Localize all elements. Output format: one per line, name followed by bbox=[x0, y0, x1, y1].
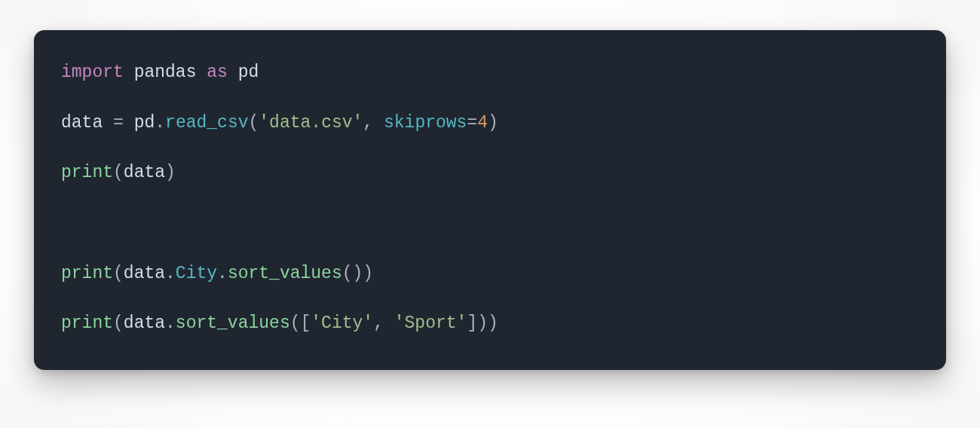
token-identifier: data bbox=[124, 313, 165, 333]
token-keyword: as bbox=[207, 63, 228, 82]
blank-line bbox=[61, 286, 919, 311]
code-line: print(data.City.sort_values()) bbox=[61, 261, 919, 286]
token-operator: = bbox=[113, 113, 124, 133]
token-identifier: pd bbox=[134, 113, 155, 133]
token-identifier: data bbox=[124, 163, 165, 182]
code-block[interactable]: import pandas as pddata = pd.read_csv('d… bbox=[61, 60, 919, 337]
token-punct: ) bbox=[353, 264, 363, 283]
token-identifier: data bbox=[124, 264, 165, 283]
token-punct: ( bbox=[113, 264, 124, 283]
token-punct: , bbox=[373, 313, 384, 333]
token-kwarg: skiprows bbox=[384, 113, 467, 133]
token-punct: ( bbox=[113, 313, 124, 333]
token-method: sort_values bbox=[228, 264, 342, 283]
token-function: print bbox=[61, 163, 113, 182]
token-punct: . bbox=[165, 313, 176, 333]
token-punct: ( bbox=[249, 113, 259, 133]
token-number: 4 bbox=[477, 113, 488, 133]
page-background: import pandas as pddata = pd.read_csv('d… bbox=[0, 0, 980, 428]
token-string: 'Sport' bbox=[394, 313, 467, 333]
blank-line bbox=[61, 85, 919, 110]
token-function: print bbox=[61, 313, 113, 333]
token-punct: . bbox=[165, 264, 176, 283]
code-card: import pandas as pddata = pd.read_csv('d… bbox=[34, 30, 946, 370]
token-operator: = bbox=[467, 113, 477, 133]
blank-line bbox=[61, 236, 919, 261]
token-identifier: pandas bbox=[134, 63, 197, 82]
token-punct: . bbox=[217, 264, 228, 283]
token-string: 'data.csv' bbox=[259, 113, 363, 133]
blank-line bbox=[61, 211, 919, 236]
token-method: read_csv bbox=[165, 113, 248, 133]
token-punct: ) bbox=[488, 313, 498, 333]
token-punct: ) bbox=[165, 163, 176, 182]
token-punct: ) bbox=[363, 264, 373, 283]
code-line: print(data.sort_values(['City', 'Sport']… bbox=[61, 311, 919, 336]
code-line: import pandas as pd bbox=[61, 60, 919, 85]
token-function: print bbox=[61, 264, 113, 283]
token-punct: ( bbox=[113, 163, 124, 182]
token-keyword: import bbox=[61, 63, 124, 82]
token-punct: ( bbox=[290, 313, 301, 333]
blank-line bbox=[61, 136, 919, 160]
token-punct: ] bbox=[467, 313, 477, 333]
token-punct: [ bbox=[301, 313, 311, 333]
code-line: print(data) bbox=[61, 160, 919, 185]
token-attribute: City bbox=[176, 264, 217, 283]
token-punct: ) bbox=[488, 113, 498, 133]
code-line: data = pd.read_csv('data.csv', skiprows=… bbox=[61, 111, 919, 136]
token-punct: , bbox=[363, 113, 373, 133]
token-identifier: data bbox=[61, 113, 103, 133]
blank-line bbox=[61, 186, 919, 211]
token-punct: ( bbox=[342, 264, 353, 283]
token-identifier: pd bbox=[238, 63, 259, 82]
token-punct: ) bbox=[477, 313, 488, 333]
token-string: 'City' bbox=[311, 313, 373, 333]
token-punct: . bbox=[155, 113, 165, 133]
token-method: sort_values bbox=[176, 313, 290, 333]
